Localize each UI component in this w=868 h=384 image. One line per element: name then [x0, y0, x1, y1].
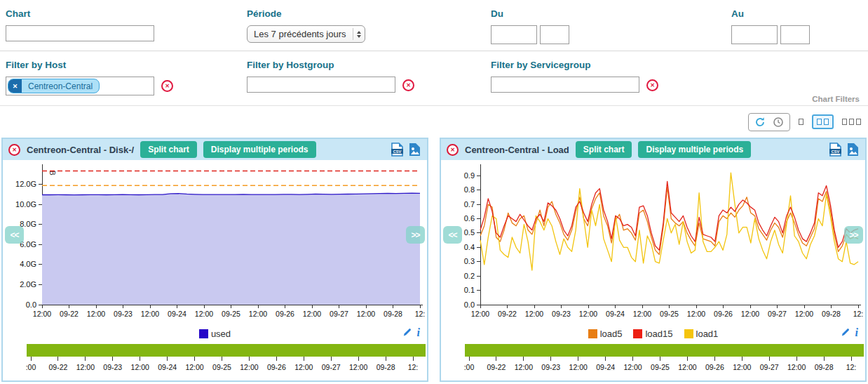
svg-text:09-26: 09-26	[714, 310, 733, 318]
svg-text:12:00: 12:00	[795, 310, 813, 318]
load-chart-header: ✕ Centreon-Central - Load Split chart Di…	[441, 139, 865, 160]
svg-text:CSV: CSV	[393, 150, 402, 154]
remove-host-tag-icon[interactable]: ✕	[8, 79, 22, 93]
edit-icon[interactable]	[840, 327, 850, 338]
svg-text:12:00: 12:00	[687, 310, 705, 318]
au-time-input[interactable]	[780, 25, 810, 44]
du-time-input[interactable]	[540, 25, 569, 44]
svg-text:09-22: 09-22	[498, 310, 517, 318]
svg-text:09-26: 09-26	[267, 363, 286, 371]
hostgroup-filter-input[interactable]	[247, 77, 395, 93]
svg-text:09-22: 09-22	[60, 310, 79, 318]
legend-item[interactable]: load15	[633, 329, 672, 339]
legend-item[interactable]: load1	[684, 329, 719, 339]
svg-text:0.4: 0.4	[464, 243, 475, 251]
load-chart-plot[interactable]: << >> 0.00.10.20.30.40.50.60.70.80.912:0…	[441, 161, 865, 324]
two-column-layout-icon[interactable]	[812, 114, 834, 129]
chart-filters-row-2: Filter by Host ✕ Centreon-Central ✕ Filt…	[0, 51, 868, 106]
au-date-input[interactable]	[731, 25, 778, 44]
host-filter-input[interactable]: ✕ Centreon-Central	[6, 77, 154, 95]
svg-text:12:00: 12:00	[141, 310, 159, 318]
load-status-timeline[interactable]: :0009-2212:0009-2312:0009-2412:0009-2512…	[441, 343, 865, 378]
scroll-period-left-button[interactable]: <<	[443, 226, 462, 244]
export-image-icon[interactable]	[846, 143, 860, 157]
remove-chart-icon[interactable]: ✕	[8, 144, 20, 156]
svg-text:12:00: 12:00	[733, 363, 751, 371]
clear-host-filter-icon[interactable]: ✕	[161, 80, 173, 92]
legend-label: load15	[645, 329, 672, 339]
svg-text:09-26: 09-26	[276, 310, 294, 318]
legend-item[interactable]: used	[199, 329, 231, 339]
svg-text:09-28: 09-28	[384, 310, 402, 318]
svg-text:12:00: 12:00	[525, 310, 543, 318]
svg-text:12:: 12:	[408, 363, 419, 371]
svg-text:0.5: 0.5	[464, 228, 475, 237]
display-multiple-periods-button[interactable]: Display multiple periods	[203, 141, 316, 158]
au-label: Au	[731, 8, 868, 19]
svg-text:12:00: 12:00	[185, 363, 203, 371]
one-column-layout-icon[interactable]	[799, 119, 803, 125]
svg-text:09-23: 09-23	[541, 363, 560, 371]
timer-icon[interactable]	[773, 117, 784, 128]
periode-select[interactable]: Les 7 précédents jours	[247, 25, 365, 43]
svg-text:0.0: 0.0	[464, 300, 475, 309]
svg-text:09-27: 09-27	[760, 363, 779, 371]
edit-icon[interactable]	[402, 327, 412, 338]
export-image-icon[interactable]	[408, 143, 421, 157]
export-csv-icon[interactable]: CSV	[391, 143, 404, 157]
legend-swatch	[684, 329, 693, 338]
remove-chart-icon[interactable]: ✕	[447, 144, 459, 156]
servicegroup-filter-input[interactable]	[491, 77, 639, 93]
svg-text:09-28: 09-28	[815, 363, 834, 371]
display-multiple-periods-button[interactable]: Display multiple periods	[638, 141, 751, 158]
filter-by-host-label: Filter by Host	[6, 60, 247, 70]
split-chart-button[interactable]: Split chart	[576, 141, 632, 158]
legend-item[interactable]: load5	[588, 329, 623, 339]
svg-text:12:00: 12:00	[579, 310, 597, 318]
host-tag: ✕ Centreon-Central	[8, 79, 100, 93]
info-icon[interactable]: i	[855, 328, 858, 338]
svg-text:10.0G: 10.0G	[15, 200, 36, 208]
svg-text:09-25: 09-25	[651, 363, 670, 371]
export-csv-icon[interactable]: CSV	[829, 143, 842, 157]
periode-selected-value: Les 7 précédents jours	[254, 29, 346, 39]
chart-title: Centreon-Central - Load	[465, 145, 569, 155]
chart-filter-input[interactable]	[6, 25, 154, 41]
disk-chart-plot[interactable]: << >> 0.02.0G4.0G6.0G8.0G10.0G12.0G12:00…	[3, 161, 427, 324]
refresh-icon[interactable]	[754, 117, 766, 128]
svg-text:12:00: 12:00	[240, 363, 258, 371]
filter-by-servicegroup-label: Filter by Servicegroup	[491, 60, 731, 70]
scroll-period-left-button[interactable]: <<	[5, 226, 24, 244]
svg-text::00: :00	[464, 363, 475, 371]
scroll-period-right-button[interactable]: >>	[406, 226, 425, 244]
svg-text:12:00: 12:00	[249, 310, 267, 318]
svg-text:12:00: 12:00	[195, 310, 213, 318]
svg-text:12:00: 12:00	[623, 363, 642, 371]
disk-status-timeline[interactable]: :0009-2212:0009-2312:0009-2412:0009-2512…	[3, 343, 427, 378]
chart-panel-load: ✕ Centreon-Central - Load Split chart Di…	[440, 138, 867, 382]
svg-text:12:00: 12:00	[76, 363, 95, 371]
svg-text:09-23: 09-23	[114, 310, 133, 318]
legend-swatch	[588, 329, 597, 338]
svg-text:09-25: 09-25	[212, 363, 231, 371]
svg-text:12:00: 12:00	[349, 363, 367, 371]
svg-text:12:00: 12:00	[515, 363, 533, 371]
svg-text:09-24: 09-24	[606, 310, 625, 318]
svg-text:09-23: 09-23	[552, 310, 571, 318]
split-chart-button[interactable]: Split chart	[140, 141, 197, 158]
du-date-input[interactable]	[491, 25, 537, 44]
clear-servicegroup-filter-icon[interactable]: ✕	[646, 79, 658, 91]
chart-filters-row-1: Chart Période Les 7 précédents jours Du …	[0, 0, 868, 51]
svg-text:0.9: 0.9	[464, 171, 475, 180]
clear-hostgroup-filter-icon[interactable]: ✕	[402, 79, 414, 91]
svg-text:2.0G: 2.0G	[20, 280, 36, 289]
scroll-period-right-button[interactable]: >>	[844, 226, 863, 244]
svg-text:4.0G: 4.0G	[20, 260, 36, 268]
svg-text:0.1: 0.1	[464, 286, 475, 294]
svg-text:0.3: 0.3	[464, 257, 475, 265]
svg-text:09-24: 09-24	[168, 310, 187, 318]
info-icon[interactable]: i	[417, 328, 420, 338]
three-column-layout-icon[interactable]	[842, 119, 861, 125]
svg-text:09-23: 09-23	[103, 363, 122, 371]
svg-text:12:00: 12:00	[633, 310, 651, 318]
